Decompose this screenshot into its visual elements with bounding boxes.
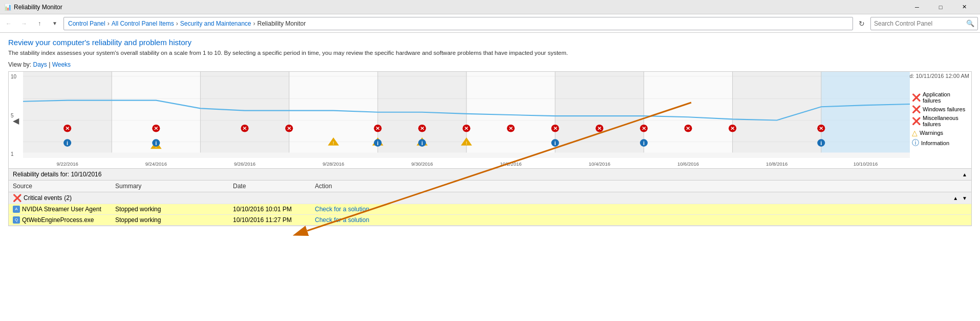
critical-section-scroll-up[interactable]: ▲ <box>953 195 958 201</box>
table-header-row: Source Summary Date Action <box>9 180 971 192</box>
col-header-summary[interactable]: Summary <box>111 180 229 192</box>
x-label-0: 9/22/2016 <box>23 161 112 167</box>
date-cell-2: 10/10/2016 11:27 PM <box>229 215 311 226</box>
summary-cell-1: Stopped working <box>111 204 229 215</box>
source-cell-1: A NVIDIA Streamer User Agent <box>9 204 111 215</box>
svg-text:✕: ✕ <box>287 126 291 132</box>
svg-text:i: i <box>377 140 378 146</box>
y-label-10: 10 <box>11 74 21 79</box>
critical-events-header: ❌ Critical events (2) ▲ ▼ <box>9 192 971 204</box>
chart-area[interactable]: ✕ ✕ ✕ ✕ ✕ ✕ ✕ ✕ ✕ ✕ ✕ ✕ ✕ ✕ ! ! ! ! ! <box>23 72 910 158</box>
action-link-1[interactable]: Check for a solution <box>315 206 369 213</box>
x-label-1: 9/24/2016 <box>112 161 200 167</box>
legend-app-failures: ❌ Application failures <box>912 91 969 104</box>
col-header-action[interactable]: Action <box>311 180 403 192</box>
details-table: Source Summary Date Action ❌ Critical ev… <box>9 180 971 226</box>
legend-information-label: Information <box>921 140 949 146</box>
search-icon[interactable]: 🔍 <box>966 19 974 27</box>
x-label-8: 10/8/2016 <box>733 161 821 167</box>
x-label-5: 10/2/2016 <box>466 161 555 167</box>
svg-text:✕: ✕ <box>464 126 468 132</box>
recent-locations-button[interactable]: ▼ <box>48 17 61 30</box>
source-text-1: NVIDIA Streamer User Agent <box>22 206 101 213</box>
extra-cell-1 <box>403 204 971 215</box>
critical-section-scroll-down[interactable]: ▼ <box>962 195 967 201</box>
legend-information: ⓘ Information <box>912 138 969 148</box>
title-icon: 📊 <box>4 4 12 11</box>
svg-text:✕: ✕ <box>819 126 823 132</box>
minimize-button[interactable]: ─ <box>905 0 929 14</box>
svg-rect-11 <box>644 72 732 153</box>
col-header-extra <box>403 180 971 192</box>
app-icon-2: Q <box>13 216 20 224</box>
y-axis: 10 5 1 <box>9 72 23 158</box>
refresh-button[interactable]: ↻ <box>855 17 868 30</box>
up-button[interactable]: ↑ <box>33 17 46 30</box>
action-link-2[interactable]: Check for a solution <box>315 216 369 224</box>
svg-text:✕: ✕ <box>242 126 247 132</box>
legend-app-failures-icon: ❌ <box>912 93 921 102</box>
address-path[interactable]: Control Panel › All Control Panel Items … <box>63 17 853 30</box>
details-header: Reliability details for: 10/10/2016 ▲ <box>9 169 971 180</box>
x-label-6: 10/4/2016 <box>555 161 644 167</box>
breadcrumb-reliability[interactable]: Reliability Monitor <box>258 20 306 27</box>
back-button[interactable]: ← <box>2 17 15 30</box>
legend-misc-failures-label: Miscellaneous failures <box>923 115 969 127</box>
chart-legend: ❌ Application failures ❌ Windows failure… <box>912 91 969 149</box>
breadcrumb-all-items[interactable]: All Control Panel Items <box>112 20 174 27</box>
search-input[interactable] <box>874 20 966 27</box>
summary-cell-2: Stopped working <box>111 215 229 226</box>
y-label-1: 1 <box>11 151 21 157</box>
forward-button[interactable]: → <box>17 17 31 30</box>
critical-events-header-row: ❌ Critical events (2) ▲ ▼ <box>9 192 971 204</box>
critical-events-label: Critical events <box>24 194 62 202</box>
search-box: 🔍 <box>870 17 978 30</box>
svg-text:✕: ✕ <box>65 126 70 132</box>
critical-events-count: (2) <box>64 194 72 202</box>
view-weeks-link[interactable]: Weeks <box>52 61 71 68</box>
app-icon-1: A <box>13 206 20 213</box>
breadcrumb-security[interactable]: Security and Maintenance <box>180 20 251 27</box>
view-by-row: View by: Days | Weeks <box>8 61 972 68</box>
page-title: Review your computer's reliability and p… <box>8 38 972 47</box>
col-header-date[interactable]: Date <box>229 180 311 192</box>
view-by-label: View by: <box>8 61 31 68</box>
table-row[interactable]: Q QtWebEngineProcess.exe Stopped working… <box>9 215 971 226</box>
legend-app-failures-label: Application failures <box>923 91 969 104</box>
breadcrumb-control-panel[interactable]: Control Panel <box>68 20 105 27</box>
legend-warnings: △ Warnings <box>912 129 969 137</box>
maximize-button[interactable]: □ <box>929 0 952 14</box>
x-label-7: 10/6/2016 <box>644 161 732 167</box>
legend-info-icon: ⓘ <box>912 138 919 148</box>
svg-text:✕: ✕ <box>553 126 558 132</box>
chart-svg: ✕ ✕ ✕ ✕ ✕ ✕ ✕ ✕ ✕ ✕ ✕ ✕ ✕ ✕ ! ! ! ! ! <box>23 72 910 158</box>
window-title: Reliability Monitor <box>14 4 905 11</box>
date-cell-1: 10/10/2016 10:01 PM <box>229 204 311 215</box>
svg-text:i: i <box>555 140 556 146</box>
svg-text:✕: ✕ <box>420 126 424 132</box>
view-days-link[interactable]: Days <box>33 61 47 68</box>
title-bar: 📊 Reliability Monitor ─ □ ✕ <box>0 0 980 14</box>
source-cell-2: Q QtWebEngineProcess.exe <box>9 215 111 226</box>
svg-text:i: i <box>643 140 645 146</box>
col-header-source[interactable]: Source <box>9 180 111 192</box>
legend-windows-failures-icon: ❌ <box>912 105 921 113</box>
svg-text:✕: ✕ <box>375 126 380 132</box>
x-label-9: 10/10/2016 <box>821 161 910 167</box>
reliability-chart: Last updated: 10/11/2016 12:00 AM 10 5 1… <box>8 71 972 169</box>
details-section: Reliability details for: 10/10/2016 ▲ So… <box>8 169 972 226</box>
action-cell-2: Check for a solution <box>311 215 403 226</box>
svg-text:✕: ✕ <box>597 126 602 132</box>
svg-rect-9 <box>466 72 555 153</box>
legend-misc-failures-icon: ❌ <box>912 117 921 125</box>
legend-windows-failures-label: Windows failures <box>923 106 965 112</box>
main-content: Review your computer's reliability and p… <box>0 33 980 321</box>
x-label-3: 9/28/2016 <box>289 161 378 167</box>
legend-windows-failures: ❌ Windows failures <box>912 105 969 113</box>
legend-warnings-label: Warnings <box>920 130 943 136</box>
chart-scroll-left[interactable]: ◀ <box>13 116 19 126</box>
close-button[interactable]: ✕ <box>952 0 976 14</box>
table-row[interactable]: A NVIDIA Streamer User Agent Stopped wor… <box>9 204 971 215</box>
win-controls: ─ □ ✕ <box>905 0 976 14</box>
svg-text:i: i <box>421 140 423 146</box>
